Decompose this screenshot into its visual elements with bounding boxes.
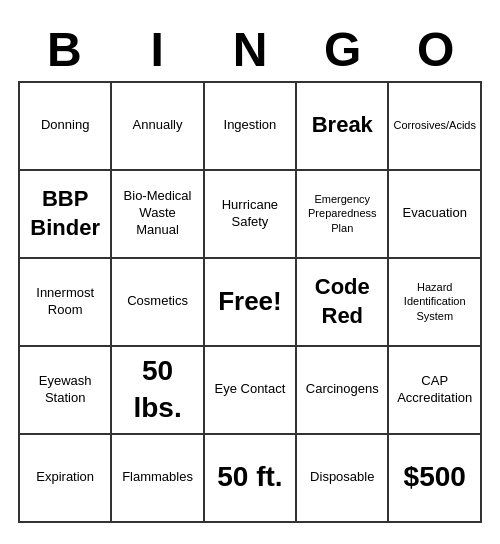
cell-4-1: Flammables (112, 435, 204, 523)
cell-2-2: Free! (205, 259, 297, 347)
cell-4-3: Disposable (297, 435, 389, 523)
cell-4-0: Expiration (20, 435, 112, 523)
cell-text: Innermost Room (24, 285, 106, 319)
cell-2-0: Innermost Room (20, 259, 112, 347)
cell-3-2: Eye Contact (205, 347, 297, 435)
cell-text: Flammables (122, 469, 193, 486)
cell-text: Corrosives/Acids (393, 118, 476, 132)
cell-text: Carcinogens (306, 381, 379, 398)
cell-0-1: Annually (112, 83, 204, 171)
cell-text: Free! (218, 285, 282, 319)
bingo-letter: O (392, 22, 480, 77)
cell-text: CAP Accreditation (393, 373, 476, 407)
cell-2-3: Code Red (297, 259, 389, 347)
cell-text: BBP Binder (24, 185, 106, 242)
cell-3-3: Carcinogens (297, 347, 389, 435)
cell-text: Hurricane Safety (209, 197, 291, 231)
cell-text: 50 lbs. (116, 353, 198, 426)
cell-text: Disposable (310, 469, 374, 486)
cell-text: Cosmetics (127, 293, 188, 310)
cell-0-0: Donning (20, 83, 112, 171)
cell-text: Code Red (301, 273, 383, 330)
cell-text: Eye Contact (215, 381, 286, 398)
cell-text: Expiration (36, 469, 94, 486)
cell-text: Evacuation (403, 205, 467, 222)
bingo-letter: G (299, 22, 387, 77)
cell-text: Donning (41, 117, 89, 134)
cell-2-4: Hazard Identification System (389, 259, 482, 347)
cell-1-0: BBP Binder (20, 171, 112, 259)
cell-0-3: Break (297, 83, 389, 171)
cell-1-3: Emergency Preparedness Plan (297, 171, 389, 259)
cell-text: $500 (404, 459, 466, 495)
bingo-letter: B (20, 22, 108, 77)
bingo-card: BINGO DonningAnnuallyIngestionBreakCorro… (10, 14, 490, 531)
bingo-grid: DonningAnnuallyIngestionBreakCorrosives/… (18, 81, 482, 523)
cell-0-2: Ingestion (205, 83, 297, 171)
cell-text: Eyewash Station (24, 373, 106, 407)
bingo-letter: N (206, 22, 294, 77)
cell-1-2: Hurricane Safety (205, 171, 297, 259)
bingo-title: BINGO (18, 22, 482, 77)
cell-2-1: Cosmetics (112, 259, 204, 347)
cell-1-1: Bio-Medical Waste Manual (112, 171, 204, 259)
bingo-letter: I (113, 22, 201, 77)
cell-3-0: Eyewash Station (20, 347, 112, 435)
cell-text: 50 ft. (217, 459, 282, 495)
cell-0-4: Corrosives/Acids (389, 83, 482, 171)
cell-text: Ingestion (224, 117, 277, 134)
cell-3-4: CAP Accreditation (389, 347, 482, 435)
cell-4-2: 50 ft. (205, 435, 297, 523)
cell-text: Break (312, 111, 373, 140)
cell-text: Bio-Medical Waste Manual (116, 188, 198, 239)
cell-text: Hazard Identification System (393, 280, 476, 323)
cell-text: Annually (133, 117, 183, 134)
cell-3-1: 50 lbs. (112, 347, 204, 435)
cell-1-4: Evacuation (389, 171, 482, 259)
cell-4-4: $500 (389, 435, 482, 523)
cell-text: Emergency Preparedness Plan (301, 192, 383, 235)
